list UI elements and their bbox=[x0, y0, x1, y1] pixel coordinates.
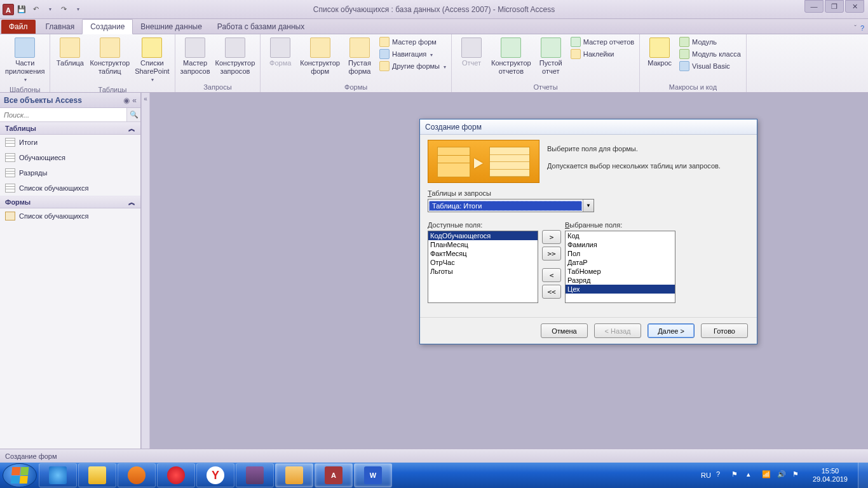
nav-category-forms[interactable]: Формы︽ bbox=[0, 196, 140, 208]
sharepoint-lists-button[interactable]: Списки SharePoint bbox=[133, 36, 170, 85]
mediaplayer-icon bbox=[128, 466, 146, 484]
visual-basic-button[interactable]: Visual Basic bbox=[678, 60, 742, 72]
macro-button[interactable]: Макрос bbox=[644, 36, 675, 69]
tray-language[interactable]: RU bbox=[701, 471, 711, 479]
list-item[interactable]: Разряд bbox=[566, 276, 675, 285]
add-field-button[interactable]: > bbox=[542, 230, 561, 244]
search-icon[interactable]: 🔍 bbox=[126, 108, 140, 121]
help-icon[interactable]: ? bbox=[860, 24, 864, 32]
other-forms-button[interactable]: Другие формы bbox=[378, 60, 447, 72]
qat-redo-icon[interactable]: ↷ bbox=[57, 3, 70, 16]
taskbar-access-button[interactable]: A bbox=[315, 463, 353, 487]
nav-category-tables[interactable]: Таблицы︽ bbox=[0, 122, 140, 135]
available-fields-list[interactable]: КодОбучающегося ПланМесяц ФактМесяц ОтрЧ… bbox=[428, 231, 538, 303]
list-item-empty[interactable] bbox=[566, 294, 675, 302]
list-item[interactable]: Льготы bbox=[428, 267, 538, 276]
taskbar-mediaplayer-button[interactable] bbox=[118, 463, 156, 487]
tab-file[interactable]: Файл bbox=[1, 20, 36, 34]
nav-table-item[interactable]: Разряды bbox=[0, 165, 140, 180]
qat-customize-dropdown[interactable] bbox=[71, 3, 84, 16]
tab-external-data[interactable]: Внешние данные bbox=[133, 20, 210, 34]
nav-table-item[interactable]: Список обучающихся bbox=[0, 180, 140, 196]
list-item[interactable]: Фамилия bbox=[566, 240, 675, 249]
nav-search: 🔍 bbox=[0, 108, 140, 122]
application-parts-button[interactable]: Части приложения bbox=[4, 36, 46, 85]
selected-fields-list[interactable]: Код Фамилия Пол ДатаР ТабНомер Разряд Це… bbox=[565, 231, 675, 303]
blank-report-button[interactable]: Пустой отчет bbox=[535, 36, 567, 76]
tab-create[interactable]: Создание bbox=[82, 19, 133, 34]
class-module-button[interactable]: Модуль класса bbox=[678, 48, 742, 60]
report-design-button[interactable]: Конструктор отчетов bbox=[490, 36, 532, 76]
report-wizard-button[interactable]: Мастер отчетов bbox=[569, 36, 635, 48]
taskbar-word-button[interactable]: W bbox=[354, 463, 392, 487]
tray-clock[interactable]: 15:5029.04.2019 bbox=[808, 467, 853, 484]
add-all-fields-button[interactable]: >> bbox=[542, 247, 561, 261]
table-object-icon bbox=[5, 153, 15, 162]
list-item[interactable]: ПланМесяц bbox=[428, 240, 538, 249]
nav-pane-header[interactable]: Все объекты Access ◉ « bbox=[0, 93, 140, 108]
nav-collapse-icon[interactable]: « bbox=[132, 96, 137, 105]
taskbar-explorer-button[interactable] bbox=[78, 463, 116, 487]
start-button[interactable] bbox=[3, 463, 37, 487]
restore-button[interactable]: ❐ bbox=[825, 0, 844, 13]
tray-help-icon[interactable]: ? bbox=[716, 470, 726, 480]
nav-form-item[interactable]: Список обучающихся bbox=[0, 208, 140, 224]
close-button[interactable]: ✕ bbox=[845, 0, 864, 13]
wizard-banner-image bbox=[428, 140, 539, 183]
tab-home[interactable]: Главная bbox=[38, 20, 83, 34]
list-item[interactable]: ТабНомер bbox=[566, 267, 675, 276]
finish-button[interactable]: Готово bbox=[701, 323, 748, 338]
navigation-button[interactable]: Навигация bbox=[378, 48, 447, 60]
tray-flag-icon[interactable]: ⚑ bbox=[792, 470, 803, 480]
taskbar-yandex-button[interactable]: Y bbox=[196, 463, 234, 487]
remove-field-button[interactable]: < bbox=[542, 268, 561, 282]
qat-save-icon[interactable]: 💾 bbox=[15, 3, 28, 16]
nav-filter-icon[interactable]: ◉ bbox=[123, 96, 130, 105]
ribbon-minimize-icon[interactable]: ˇ bbox=[854, 24, 857, 32]
nav-search-input[interactable] bbox=[0, 108, 126, 121]
taskbar-paint-button[interactable] bbox=[275, 463, 313, 487]
table-design-button[interactable]: Конструктор таблиц bbox=[88, 36, 131, 76]
minimize-button[interactable]: — bbox=[804, 0, 824, 13]
report-button: Отчет bbox=[456, 36, 487, 69]
query-wizard-button[interactable]: Мастер запросов bbox=[179, 36, 212, 76]
query-design-button[interactable]: Конструктор запросов bbox=[214, 36, 257, 76]
remove-all-fields-button[interactable]: << bbox=[542, 285, 561, 299]
list-item[interactable]: ФактМесяц bbox=[428, 249, 538, 258]
nav-table-item[interactable]: Итоги bbox=[0, 135, 140, 150]
next-button[interactable]: Далее > bbox=[648, 323, 695, 338]
group-reports: Отчет Конструктор отчетов Пустой отчет М… bbox=[452, 34, 640, 92]
module-icon bbox=[679, 37, 689, 47]
module-button[interactable]: Модуль bbox=[678, 36, 742, 48]
list-item[interactable]: ДатаР bbox=[566, 258, 675, 267]
combo-dropdown-button[interactable]: ▼ bbox=[583, 200, 593, 212]
taskbar-winrar-button[interactable] bbox=[236, 463, 274, 487]
tray-volume-icon[interactable]: 🔊 bbox=[777, 470, 787, 480]
qat-undo-dropdown[interactable] bbox=[43, 3, 56, 16]
tray-chevron-up-icon[interactable]: ▴ bbox=[747, 470, 757, 480]
form-design-button[interactable]: Конструктор форм bbox=[299, 36, 341, 76]
taskbar-ie-button[interactable] bbox=[39, 463, 77, 487]
nav-table-item[interactable]: Обучающиеся bbox=[0, 150, 140, 165]
tray-action-center-icon[interactable]: ⚑ bbox=[731, 470, 742, 480]
list-item[interactable]: Код bbox=[566, 231, 675, 240]
nav-pane-toggle[interactable]: « bbox=[141, 93, 150, 449]
cancel-button[interactable]: Отмена bbox=[541, 323, 588, 338]
table-button[interactable]: Таблица bbox=[54, 36, 86, 69]
tables-queries-combo[interactable]: Таблица: Итоги ▼ bbox=[428, 199, 594, 212]
list-item[interactable]: ОтрЧас bbox=[428, 258, 538, 267]
list-item[interactable]: Цех bbox=[566, 285, 675, 294]
blank-form-button[interactable]: Пустая форма bbox=[344, 36, 376, 76]
tab-database-tools[interactable]: Работа с базами данных bbox=[210, 20, 312, 34]
show-desktop-button[interactable] bbox=[858, 463, 868, 488]
taskbar-opera-button[interactable] bbox=[157, 463, 195, 487]
form-wizard-button[interactable]: Мастер форм bbox=[378, 36, 447, 48]
list-item[interactable]: КодОбучающегося bbox=[428, 231, 538, 240]
sharepoint-icon bbox=[142, 37, 162, 58]
qat-undo-icon[interactable]: ↶ bbox=[29, 3, 42, 16]
list-item[interactable]: Пол bbox=[566, 249, 675, 258]
access-app-icon: A bbox=[3, 4, 14, 15]
tray-network-icon[interactable]: 📶 bbox=[762, 470, 772, 480]
group-label-reports: Отчеты bbox=[456, 82, 635, 92]
labels-button[interactable]: Наклейки bbox=[569, 48, 635, 60]
